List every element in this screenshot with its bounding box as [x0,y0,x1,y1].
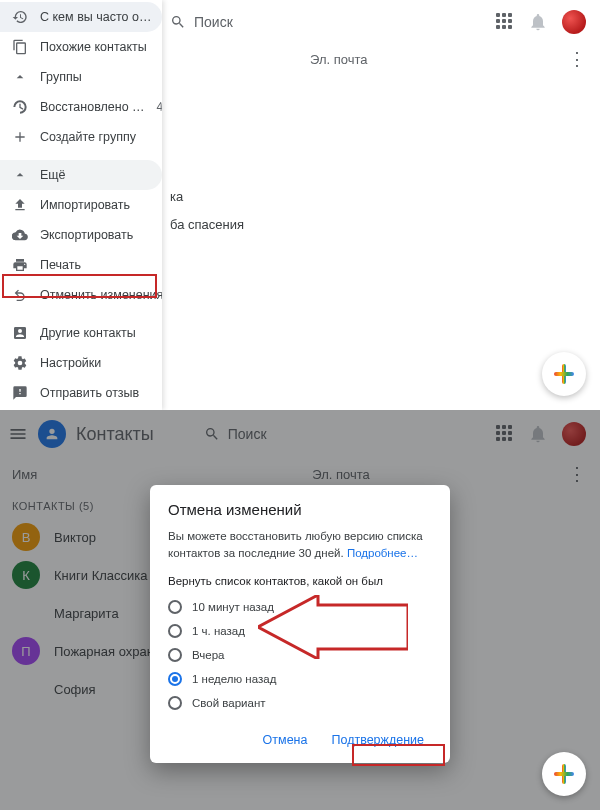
sidebar-item-3[interactable]: Восстановлено …4 [0,92,162,122]
plus-icon [12,129,28,145]
search-icon [170,14,186,30]
chevron-up-icon [12,167,28,183]
search-placeholder: Поиск [194,14,233,30]
account-box-icon [12,325,28,341]
radio-label: Свой вариант [192,697,266,709]
restore-icon [12,99,28,115]
fab-add-contact[interactable] [542,352,586,396]
sidebar-item-7[interactable]: Экспортировать [0,220,162,250]
account-avatar[interactable] [562,10,586,34]
radio-option-1[interactable]: 1 ч. назад [168,619,432,643]
gear-icon [12,355,28,371]
dialog-subtitle: Вы можете восстановить любую версию спис… [168,528,432,563]
sidebar-item-1[interactable]: Похожие контакты [0,32,162,62]
cloud-download-icon [12,227,28,243]
radio-icon [168,696,182,710]
sidebar-item-5[interactable]: Ещё [0,160,162,190]
sidebar-item-8[interactable]: Печать [0,250,162,280]
sidebar-item-label: Настройки [40,356,101,370]
radio-icon [168,600,182,614]
radio-icon [168,624,182,638]
sidebar-item-0[interactable]: С кем вы часто о… [0,2,162,32]
sidebar-item-6[interactable]: Импортировать [0,190,162,220]
sidebar-item-label: Печать [40,258,81,272]
upload-icon [12,197,28,213]
fab-add-contact[interactable] [542,752,586,796]
plus-icon [554,764,574,784]
radio-option-2[interactable]: Вчера [168,643,432,667]
plus-icon [554,364,574,384]
sidebar-item-2[interactable]: Группы [0,62,162,92]
sidebar-item-4[interactable]: Создайте группу [0,122,162,152]
sidebar-item-label: Другие контакты [40,326,136,340]
radio-option-4[interactable]: Свой вариант [168,691,432,715]
radio-option-0[interactable]: 10 минут назад [168,595,432,619]
dialog-actions: Отмена Подтверждение [168,727,432,753]
feedback-icon [12,385,28,401]
copy-icon [12,39,28,55]
sidebar: С кем вы часто о…Похожие контактыГруппыВ… [0,0,162,410]
sidebar-item-label: Отменить изменения [40,288,162,302]
radio-label: 1 неделю назад [192,673,276,685]
undo-changes-dialog: Отмена изменений Вы можете восстановить … [150,485,450,763]
undo-icon [12,287,28,303]
radio-option-3[interactable]: 1 неделю назад [168,667,432,691]
notifications-icon[interactable] [528,12,548,32]
sidebar-item-label: С кем вы часто о… [40,10,151,24]
sidebar-item-label: Группы [40,70,82,84]
sidebar-item-10[interactable]: Другие контакты [0,318,162,348]
radio-icon [168,648,182,662]
sidebar-item-label: Ещё [40,168,66,182]
radio-group: 10 минут назад1 ч. назадВчера1 неделю на… [168,595,432,715]
confirm-button[interactable]: Подтверждение [323,727,432,753]
dialog-title: Отмена изменений [168,501,432,518]
radio-label: Вчера [192,649,224,661]
sidebar-item-label: Импортировать [40,198,130,212]
print-icon [12,257,28,273]
chevron-up-icon [12,69,28,85]
apps-icon[interactable] [496,13,514,31]
history-icon [12,9,28,25]
sidebar-item-12[interactable]: Отправить отзыв [0,378,162,408]
sidebar-item-9[interactable]: Отменить изменения [0,280,162,310]
sidebar-item-label: Экспортировать [40,228,133,242]
sidebar-item-label: Восстановлено … [40,100,145,114]
radio-label: 1 ч. назад [192,625,245,637]
top-panel: Поиск Эл. почта ⋮ ка ба спасения С кем в… [0,0,600,410]
search-bar[interactable]: Поиск [170,14,496,30]
sidebar-item-11[interactable]: Настройки [0,348,162,378]
bottom-panel: Контакты Поиск Имя Эл. почта ⋮ Контакты … [0,410,600,810]
topbar-icons [496,10,592,34]
radio-icon [168,672,182,686]
sidebar-item-label: Похожие контакты [40,40,147,54]
column-email: Эл. почта [310,52,368,67]
radio-label: 10 минут назад [192,601,274,613]
dialog-list-label: Вернуть список контактов, какой он был [168,575,432,587]
cancel-button[interactable]: Отмена [255,727,316,753]
sidebar-item-label: Создайте группу [40,130,136,144]
learn-more-link[interactable]: Подробнее… [347,547,418,559]
sidebar-item-label: Отправить отзыв [40,386,139,400]
